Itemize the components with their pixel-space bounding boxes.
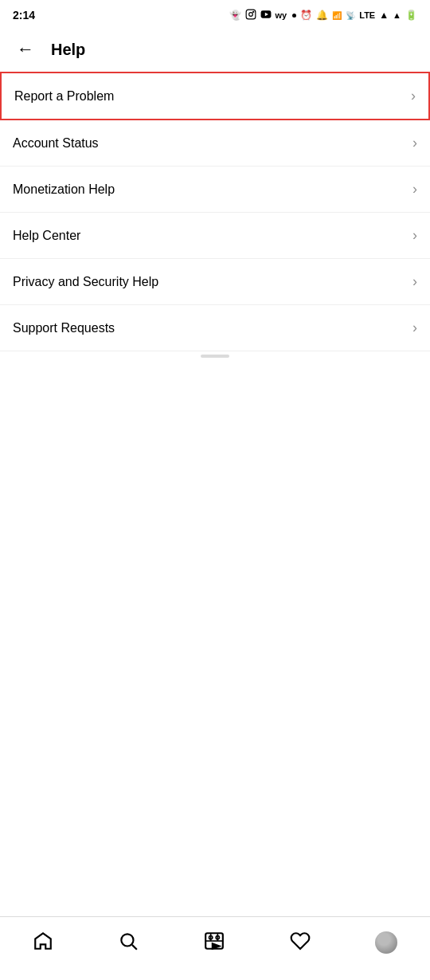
wy-status-icon: wy: [276, 10, 287, 20]
menu-item-label: Privacy and Security Help: [13, 275, 158, 289]
svg-point-5: [122, 934, 134, 946]
menu-item-support-requests[interactable]: Support Requests ›: [0, 305, 430, 351]
home-indicator: [201, 355, 229, 358]
lte-label: LTE: [359, 10, 375, 20]
chevron-right-icon: ›: [412, 273, 417, 290]
wifi-icon: 📡: [346, 11, 355, 20]
battery-icon: 🔋: [405, 10, 417, 21]
nav-search[interactable]: [105, 924, 151, 961]
menu-item-help-center[interactable]: Help Center ›: [0, 213, 430, 259]
menu-item-label: Account Status: [13, 136, 99, 151]
alarm-icon: ⏰: [300, 10, 312, 21]
status-icons: 👻 wy ⏰ 🔔 📶 📡 LTE ▲: [229, 9, 417, 22]
nav-reels[interactable]: [191, 924, 237, 961]
wifi-bars-icon: ▲: [393, 10, 401, 20]
menu-item-label: Monetization Help: [13, 182, 115, 197]
menu-item-monetization-help[interactable]: Monetization Help ›: [0, 167, 430, 213]
chevron-right-icon: ›: [411, 88, 416, 104]
svg-point-2: [252, 11, 253, 12]
page-title: Help: [51, 41, 85, 59]
status-time: 2:14: [13, 9, 35, 22]
menu-item-privacy-security-help[interactable]: Privacy and Security Help ›: [0, 259, 430, 305]
instagram-status-icon: [245, 9, 256, 22]
chevron-right-icon: ›: [412, 135, 417, 151]
chevron-right-icon: ›: [412, 227, 417, 244]
snapchat-status-icon: 👻: [229, 10, 241, 21]
nav-profile[interactable]: [362, 925, 410, 960]
avatar: [375, 931, 397, 954]
nav-home[interactable]: [20, 924, 66, 961]
notification-dot: [292, 14, 296, 18]
nav-activity[interactable]: [277, 924, 323, 961]
svg-line-6: [132, 944, 137, 949]
reels-icon: [204, 931, 225, 955]
menu-item-report-problem[interactable]: Report a Problem ›: [0, 72, 430, 120]
signal-icon: 📶: [332, 11, 342, 20]
back-arrow-icon: ←: [17, 41, 34, 58]
menu-item-account-status[interactable]: Account Status ›: [0, 120, 430, 167]
menu-item-label: Help Center: [13, 229, 80, 243]
youtube-status-icon: [260, 9, 272, 22]
menu-list: Report a Problem › Account Status › Mone…: [0, 72, 430, 351]
svg-point-1: [248, 12, 252, 16]
volume-icon: 🔔: [316, 10, 328, 21]
signal-bars-icon: ▲: [379, 10, 389, 21]
heart-icon: [290, 931, 311, 955]
chevron-right-icon: ›: [412, 319, 417, 336]
back-button[interactable]: ←: [13, 37, 38, 62]
bottom-nav: [0, 916, 430, 980]
search-icon: [118, 931, 139, 955]
menu-item-label: Support Requests: [13, 321, 115, 335]
header: ← Help: [0, 29, 430, 72]
menu-item-label: Report a Problem: [14, 89, 114, 104]
svg-rect-0: [246, 10, 256, 19]
home-icon: [33, 931, 53, 955]
chevron-right-icon: ›: [412, 181, 417, 198]
status-bar: 2:14 👻 wy ⏰ 🔔 📶 📡 LTE: [0, 0, 430, 29]
